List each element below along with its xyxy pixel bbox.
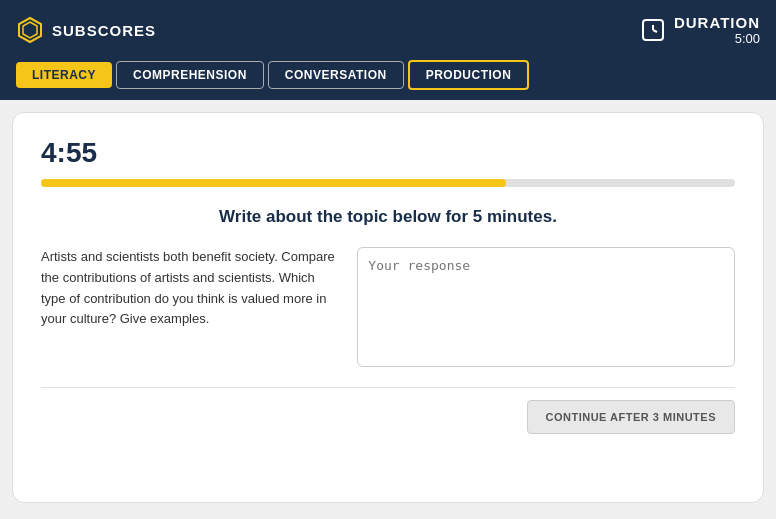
bottom-bar: CONTINUE AFTER 3 MINUTES [41, 400, 735, 434]
continue-button[interactable]: CONTINUE AFTER 3 MINUTES [527, 400, 736, 434]
tab-production[interactable]: PRODUCTION [408, 60, 530, 90]
duration-time: 5:00 [674, 31, 760, 46]
subscores-icon [16, 16, 44, 44]
tab-conversation[interactable]: CONVERSATION [268, 61, 404, 89]
progress-bar-container [41, 179, 735, 187]
progress-bar-fill [41, 179, 506, 187]
subscores-left: SUBSCORES [16, 16, 156, 44]
header: SUBSCORES DURATION 5:00 [0, 0, 776, 60]
subscores-title: SUBSCORES [52, 22, 156, 39]
response-textarea[interactable] [357, 247, 735, 367]
svg-line-4 [653, 30, 657, 32]
timer-display: 4:55 [41, 137, 735, 169]
instruction-text: Write about the topic below for 5 minute… [41, 207, 735, 227]
main-card: 4:55 Write about the topic below for 5 m… [12, 112, 764, 503]
tab-literacy[interactable]: LITERACY [16, 62, 112, 88]
duration-text-block: DURATION 5:00 [674, 14, 760, 46]
svg-marker-1 [23, 22, 37, 38]
duration-right: DURATION 5:00 [640, 14, 760, 46]
duration-label: DURATION [674, 14, 760, 31]
timer-icon [640, 17, 666, 43]
tab-comprehension[interactable]: COMPREHENSION [116, 61, 264, 89]
tab-bar: LITERACY COMPREHENSION CONVERSATION PROD… [0, 60, 776, 100]
content-area: Artists and scientists both benefit soci… [41, 247, 735, 367]
divider [41, 387, 735, 388]
prompt-text: Artists and scientists both benefit soci… [41, 247, 337, 330]
